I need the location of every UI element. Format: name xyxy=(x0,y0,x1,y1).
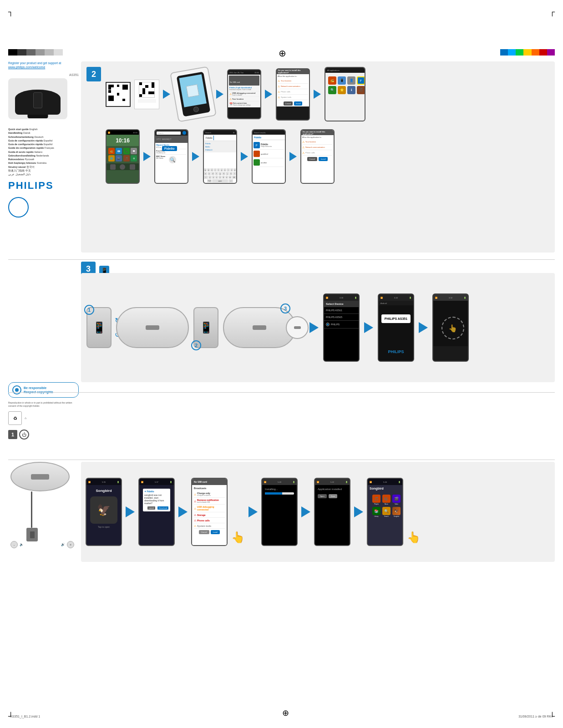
divider-1 xyxy=(8,259,555,260)
progress-bar xyxy=(265,492,294,495)
app-icon-5: 🔍 xyxy=(328,86,336,94)
library-item: 📚 Library xyxy=(372,507,380,517)
installing-label: Installing... xyxy=(265,488,294,490)
power-button-icon: ⏻ xyxy=(19,430,29,440)
installing-header: 📶5:40🔋 xyxy=(262,479,297,485)
divider-2 xyxy=(8,392,555,393)
eco-icons-row: ♻ ♺ xyxy=(8,411,79,425)
responsible-icon xyxy=(12,385,21,394)
install-btn-2[interactable]: Install xyxy=(319,157,328,161)
done-btn[interactable]: Done xyxy=(329,494,338,498)
page-number-right: 31/08/2011 ≥ de 09 RK4 xyxy=(518,715,553,718)
step-2-number: 2 xyxy=(86,67,101,81)
arrow-bottom-2 xyxy=(178,506,188,517)
select-device-title: Select Device xyxy=(324,301,359,307)
songbird-install-header: 📶5:37🔋 xyxy=(139,479,174,485)
bottom-screenshots-row: 📶5:35🔋 Songbird 🦅 Tap to open 📶5:37🔋 ✦ F… xyxy=(81,462,555,562)
no-sim-screen: No SIM card Broadcasts ⚠ Charge only on … xyxy=(191,478,228,546)
speaker-cable-diagram: - 🔈 🔊 + xyxy=(8,462,79,553)
step3-substep2: 2 📱 xyxy=(193,307,218,348)
download-confirm-screen: Do you want to install this application?… xyxy=(300,129,335,184)
philips-brand-label: PHILIPS xyxy=(379,349,413,354)
music-item: 🎼 Music xyxy=(382,495,391,505)
arrow-7 xyxy=(241,152,248,161)
arrow-4 xyxy=(314,90,321,99)
songbird-menu-title: Songbird xyxy=(370,487,401,490)
corner-mark-bl: ┘ xyxy=(8,713,13,720)
product-image-area xyxy=(8,78,72,124)
left-sidebar: Register your product and get support at… xyxy=(8,61,79,221)
phone-status-bar: 📶 10:16 xyxy=(107,130,139,135)
step-3-hardware-container: 1 📱 ↻ ↺ 2 📱 3 📶 3:30 🔋 Sele xyxy=(81,273,555,382)
install-ok-btn[interactable]: Install xyxy=(294,101,302,106)
app-icon-3: 👤 xyxy=(347,76,355,85)
philips-shield-icon xyxy=(8,197,29,217)
step-1-number: 1 xyxy=(8,430,17,439)
dock-oval-1 xyxy=(116,307,189,348)
arrow-5 xyxy=(143,152,151,161)
no-sim-install[interactable]: Install xyxy=(211,530,220,534)
qr-paper-doc xyxy=(134,80,159,109)
color-bar-right xyxy=(500,49,555,56)
arrow-2 xyxy=(216,90,223,99)
app-icon-fidelio: F xyxy=(357,76,365,85)
step3-substep1: 1 📱 ↻ ↺ xyxy=(86,307,112,348)
songbird-menu-header: 📶5:44🔋 xyxy=(368,479,402,485)
arrow-1 xyxy=(163,90,170,99)
arrow-step3-1 xyxy=(309,322,319,333)
install-cancel-btn[interactable]: Cancel xyxy=(284,101,293,106)
corner-mark-tl: ┐ xyxy=(8,8,13,15)
corner-mark-br: └ xyxy=(550,713,555,720)
phone-apps-grid: 📻 📧 📞 💬 🌐 📷 🎵 ⚙ xyxy=(107,146,139,163)
philips-as5u5-item[interactable]: PHILIPS AS5U5 xyxy=(324,314,359,321)
app-installed-screen: 📶5:42🔋 Application installed Open Done xyxy=(314,478,350,546)
be-responsible-text: Be responsible Respect copyrights xyxy=(24,386,53,394)
arrow-bottom-4 xyxy=(301,506,310,517)
songbird-app-menu-screen: 📶5:44🔋 Songbird 🎵 Playlist 🎼 Music 🎬 Vid… xyxy=(367,478,403,546)
philips-as351-label: PHILIPS AS351 xyxy=(381,314,411,323)
songbird-home-header: 📶5:35🔋 xyxy=(86,479,121,485)
songbird-install-prompt-screen: 📶5:37🔋 ✦ Fidelio songbird was not instal… xyxy=(138,478,175,546)
legal-text: Reproduction in whole or in part is proh… xyxy=(8,401,79,408)
corner-mark-tr: ┌ xyxy=(550,8,555,15)
usb-debug-label: USB debugging connected xyxy=(197,506,225,511)
app-icon-1: 📻 xyxy=(328,76,336,85)
arrow-bottom-5 xyxy=(354,506,363,517)
qr-code-image xyxy=(106,82,131,107)
reg-mark-bottom: ⊕ xyxy=(282,708,289,718)
be-responsible-box: Be responsible Respect copyrights xyxy=(8,382,79,398)
keyboard-screen: Search ⚙ Fidelio Fidelio fidelio FIDELIO xyxy=(203,129,237,184)
step-2-container: 2 xyxy=(81,61,555,253)
philips-as5u1-item[interactable]: PHILIPS AS5U1 xyxy=(324,307,359,314)
android-notification-screen: 2011 Jun 28, Tue 10:41 No SIM card Fidel… xyxy=(227,69,261,119)
recycle-text: ♺ xyxy=(25,417,26,420)
cancel-songbird-btn[interactable]: cancel xyxy=(147,506,156,510)
app-installed-label: Application installed xyxy=(318,488,347,490)
android-market-screen: Search HTC MARKET Hitpoint Sports HTC In… xyxy=(154,129,188,184)
product-image xyxy=(8,78,67,119)
download-songbird-btn[interactable]: Download xyxy=(157,506,168,510)
fidelio-popup-title: ✦ Fidelio xyxy=(144,490,169,493)
arrow-3 xyxy=(265,90,272,99)
songbird-home-screen: 📶5:35🔋 Songbird 🦅 Tap to open xyxy=(86,478,122,546)
philips-as351-header: 📶 3:32 🔋 xyxy=(379,294,413,301)
video-item: 🎬 Video xyxy=(392,495,401,505)
no-sim-cancel[interactable]: Cancel xyxy=(199,530,209,534)
select-device-header: 📶 3:30 🔋 xyxy=(324,294,359,301)
register-text: Register your product and get support at xyxy=(8,61,79,65)
page-number-left: AS351_I_B1.2.indd 1 xyxy=(10,715,40,718)
divider-3 xyxy=(8,460,555,460)
phone-home-screen: 📶 10:16 10:16 📻 📧 📞 💬 🌐 📷 🎵 ⚙ xyxy=(106,129,140,184)
touch-confirm-screen: 📶 3:32 🔋 👆 xyxy=(432,293,469,362)
open-btn[interactable]: Open xyxy=(318,494,327,498)
broadcasts-label: Broadcasts xyxy=(194,487,225,490)
no-sim-title: No SIM card xyxy=(194,480,207,483)
recycle-icon: ♻ xyxy=(8,411,22,425)
dock-oval-2: 3 xyxy=(223,307,296,348)
tap-indicator-1: 👆 xyxy=(231,531,245,544)
reg-mark-top: ⊕ xyxy=(279,48,286,59)
step-1-power-section: 1 ⏻ xyxy=(8,430,79,440)
select-device-screen: 📶 3:30 🔋 Select Device PHILIPS AS5U1 PHI… xyxy=(323,293,360,362)
songbird-app-item: 🦅 Songbird xyxy=(392,507,401,517)
cancel-btn-2[interactable]: Cancel xyxy=(307,157,317,161)
